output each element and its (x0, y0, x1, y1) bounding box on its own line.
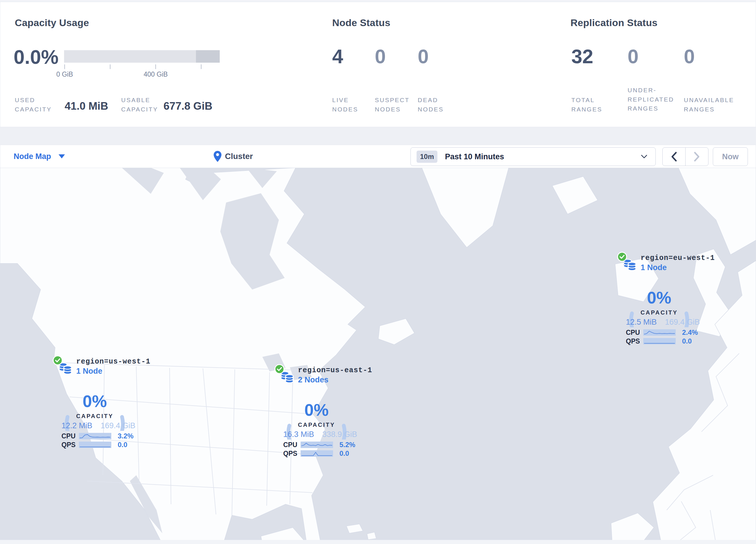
cpu-sparkline (643, 329, 676, 336)
cpu-sparkline (79, 433, 111, 439)
region-marker-us-east-1[interactable]: region=us-east-1 2 Nodes 0% CAPACITY 16.… (273, 363, 364, 460)
region-name: region=us-east-1 (298, 366, 372, 375)
region-used-capacity: 12.5 MiB (626, 318, 657, 327)
qps-label: QPS (626, 338, 643, 345)
qps-value: 0.0 (118, 441, 127, 449)
status-ok-icon (275, 364, 284, 374)
capacity-bar-tick (201, 64, 201, 69)
capacity-bar-tick-label: 400 GiB (143, 70, 168, 78)
cluster-summary-panel: Capacity Usage 0.0% 0 GiB 400 GiB USED C… (0, 2, 756, 127)
region-marker-us-west-1[interactable]: region=us-west-1 1 Node 0% CAPACITY 12.2… (51, 354, 142, 452)
page-top-strip (0, 0, 756, 2)
cpu-label: CPU (626, 329, 643, 337)
unavailable-label: UNAVAILABLE RANGES (684, 95, 739, 114)
total-ranges-label: TOTAL RANGES (571, 95, 606, 114)
qps-value: 0.0 (339, 449, 349, 458)
time-range-badge: 10m (417, 150, 437, 163)
dead-nodes-count: 0 (418, 45, 429, 68)
qps-value: 0.0 (682, 337, 692, 345)
suspect-nodes-count: 0 (375, 45, 386, 68)
cpu-value: 5.2% (339, 441, 355, 449)
used-capacity-value: 41.0 MiB (65, 100, 108, 112)
qps-label: QPS (61, 441, 79, 449)
region-used-capacity: 16.3 MiB (283, 430, 314, 439)
cpu-sparkline (301, 442, 333, 448)
region-total-capacity: 169.4 GiB (665, 318, 700, 327)
chevron-down-icon (59, 154, 65, 158)
capacity-bar-tick-label: 0 GiB (56, 70, 73, 78)
cpu-label: CPU (61, 432, 79, 440)
region-qps-row: QPS 0.0 (626, 338, 692, 345)
view-selector-label: Node Map (14, 152, 51, 161)
region-qps-row: QPS 0.0 (61, 441, 127, 448)
gauge-capacity-label: CAPACITY (76, 413, 114, 419)
prev-time-button[interactable] (663, 148, 686, 166)
unavailable-count: 0 (684, 45, 695, 68)
usable-capacity-value: 677.8 GiB (163, 100, 212, 112)
region-cpu-row: CPU 5.2% (283, 441, 355, 448)
capacity-usage-title: Capacity Usage (15, 17, 89, 28)
cpu-value: 3.2% (118, 432, 134, 440)
cpu-value: 2.4% (682, 329, 698, 337)
gauge-percent: 0% (304, 400, 329, 419)
gauge-percent: 0% (647, 288, 671, 307)
time-step-buttons (662, 147, 708, 166)
breadcrumb[interactable]: Cluster (214, 145, 253, 168)
region-name: region=us-west-1 (76, 358, 150, 366)
total-ranges-count: 32 (571, 45, 593, 68)
chevron-down-icon (641, 155, 647, 159)
used-capacity-label: USED CAPACITY (15, 95, 58, 114)
capacity-bar-tick (110, 64, 110, 69)
qps-sparkline (301, 450, 333, 457)
region-used-capacity: 12.2 MiB (61, 421, 92, 430)
capacity-bar-tick (155, 64, 156, 69)
gauge-percent: 0% (83, 392, 107, 411)
live-nodes-count: 4 (332, 45, 343, 68)
qps-label: QPS (283, 450, 301, 458)
under-replicated-count: 0 (628, 45, 639, 68)
region-total-capacity: 169.4 GiB (101, 421, 135, 430)
capacity-usage-bar-reserved (196, 50, 220, 63)
node-map-page: Capacity Usage 0.0% 0 GiB 400 GiB USED C… (0, 0, 756, 544)
capacity-usage-percent: 0.0% (14, 46, 59, 68)
qps-sparkline (79, 442, 111, 448)
region-cpu-row: CPU 2.4% (626, 329, 698, 336)
gauge-capacity-label: CAPACITY (641, 309, 678, 316)
cpu-label: CPU (283, 441, 301, 449)
time-range-selector[interactable]: 10m Past 10 Minutes (410, 147, 656, 166)
region-total-capacity: 338.9 GiB (322, 430, 357, 439)
status-ok-icon (617, 252, 627, 262)
chevron-left-icon (670, 151, 677, 162)
replication-status-title: Replication Status (570, 17, 657, 28)
capacity-bar-tick (64, 64, 65, 69)
chevron-right-icon (693, 151, 700, 162)
gauge-capacity-label: CAPACITY (298, 422, 335, 428)
suspect-nodes-label: SUSPECT NODES (375, 95, 414, 114)
next-time-button[interactable] (686, 148, 708, 166)
capacity-usage-bar (64, 50, 220, 63)
region-marker-eu-west-1[interactable]: region=eu-west-1 1 Node 0% CAPACITY 12.5… (616, 250, 706, 348)
under-replicated-label: UNDER-REPLICATED RANGES (628, 86, 681, 113)
live-nodes-label: LIVE NODES (332, 95, 370, 114)
region-qps-row: QPS 0.0 (283, 450, 349, 457)
node-status-title: Node Status (332, 17, 390, 28)
map-toolbar: Node Map Cluster 10m Past 10 Minutes (0, 145, 756, 168)
region-name: region=eu-west-1 (641, 254, 715, 262)
breadcrumb-label: Cluster (225, 152, 253, 161)
map-pin-icon (214, 151, 221, 162)
region-cpu-row: CPU 3.2% (61, 433, 134, 440)
dead-nodes-label: DEAD NODES (418, 95, 455, 114)
qps-sparkline (643, 338, 676, 345)
status-ok-icon (53, 356, 63, 365)
map-bottom-strip (0, 540, 756, 544)
view-selector-dropdown[interactable]: Node Map (14, 145, 65, 168)
now-button[interactable]: Now (713, 147, 748, 166)
usable-capacity-label: USABLE CAPACITY (121, 95, 168, 114)
time-range-label: Past 10 Minutes (445, 152, 504, 161)
